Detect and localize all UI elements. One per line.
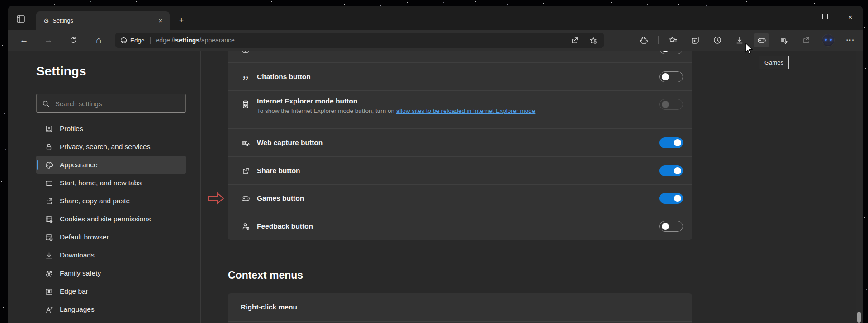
collections-icon (691, 36, 700, 45)
history-icon (713, 36, 722, 45)
sidebar-item-label: Share, copy and paste (60, 197, 130, 205)
games-icon (757, 35, 767, 45)
share-toggle[interactable] (659, 165, 683, 176)
games-tooltip: Games (759, 56, 789, 69)
games-icon (241, 193, 251, 203)
sidebar-item-label: Privacy, search, and services (60, 143, 150, 151)
new-tab-button[interactable]: + (175, 15, 187, 27)
window-controls: × (793, 11, 857, 23)
sidebar-item-family-safety[interactable]: Family safety (36, 264, 186, 282)
edge-logo-icon (120, 37, 128, 44)
web-capture-button-toolbar[interactable] (776, 33, 792, 47)
setting-row-web-capture: Web capture button (228, 128, 692, 156)
site-chip-label: Edge (130, 37, 145, 44)
sidebar-item-appearance[interactable]: Appearance (36, 156, 186, 174)
refresh-icon (69, 36, 77, 44)
games-button-toolbar[interactable] (754, 33, 769, 47)
forward-button[interactable]: → (42, 33, 55, 47)
share-icon[interactable] (570, 36, 579, 45)
workspaces-icon (14, 13, 27, 25)
math-solver-toggle[interactable] (659, 51, 683, 54)
web-capture-icon (779, 36, 788, 45)
minimize-button[interactable] (793, 11, 806, 23)
page-title: Settings (36, 64, 86, 79)
desktop: ⚙ Settings × + × ← → ⌂ Edge edge://setti… (0, 0, 868, 323)
sidebar-item-downloads[interactable]: Downloads (36, 246, 186, 264)
sidebar-item-privacy[interactable]: Privacy, search, and services (36, 138, 186, 156)
search-placeholder: Search settings (55, 100, 102, 108)
tab-settings[interactable]: ⚙ Settings × (36, 11, 170, 30)
maximize-icon (822, 14, 828, 19)
settings-nav: Profiles Privacy, search, and services A… (36, 120, 186, 318)
maximize-button[interactable] (818, 11, 832, 23)
profile-button[interactable] (821, 33, 836, 47)
sidebar-item-label: Profiles (60, 125, 83, 133)
sidebar-item-label: Languages (60, 305, 95, 314)
share-button-toolbar[interactable] (798, 33, 814, 47)
setting-row-games: Games button (228, 184, 692, 212)
red-annotation-arrow (207, 191, 225, 207)
tab-title: Settings (53, 18, 156, 24)
setting-label: Internet Explorer mode button (257, 97, 659, 105)
favorites-bar-icon (669, 36, 678, 45)
ie-mode-link[interactable]: allow sites to be reloaded in Internet E… (396, 108, 536, 114)
starfield-wallpaper (0, 0, 1, 1)
search-input[interactable]: Search settings (36, 94, 186, 113)
settings-more-button[interactable]: ··· (843, 33, 858, 47)
citations-toggle[interactable] (659, 71, 683, 82)
setting-label: Feedback button (257, 222, 659, 230)
tab-close-icon[interactable]: × (156, 16, 165, 25)
setting-row-right-click-menu[interactable]: Right-click menu (228, 293, 692, 322)
minimize-icon (797, 17, 802, 17)
site-permissions-icon (45, 215, 53, 224)
back-button[interactable]: ← (17, 33, 31, 47)
address-bar[interactable]: Edge edge://settings/appearance (115, 33, 604, 48)
profiles-icon (45, 125, 53, 133)
sidebar-item-cookies-permissions[interactable]: Cookies and site permissions (36, 210, 186, 228)
feedback-toggle[interactable] (659, 221, 683, 232)
page-scrollbar[interactable] (856, 51, 862, 323)
setting-label: Web capture button (257, 139, 659, 147)
setting-row-ie-mode: Internet Explorer mode button To show th… (228, 90, 692, 128)
toolbar-divider (658, 36, 659, 44)
section-heading: Context menus (228, 269, 303, 281)
url-text[interactable]: edge://settings/appearance (156, 37, 570, 44)
history-button[interactable] (710, 33, 725, 47)
sidebar-item-label: Appearance (60, 161, 98, 169)
web-capture-icon (241, 138, 250, 147)
downloads-button[interactable] (732, 33, 747, 47)
languages-icon (45, 305, 53, 314)
sidebar-item-share-copy-paste[interactable]: Share, copy and paste (36, 192, 186, 210)
close-window-button[interactable]: × (844, 11, 857, 23)
favorites-button[interactable] (665, 33, 681, 47)
collections-button[interactable] (688, 33, 703, 47)
gear-icon: ⚙ (43, 17, 49, 24)
sidebar-item-profiles[interactable]: Profiles (36, 120, 186, 138)
share-toolbar-icon (802, 36, 811, 45)
setting-label: Games button (257, 194, 659, 202)
games-toggle[interactable] (659, 193, 683, 204)
settings-more-icon: ··· (846, 36, 855, 44)
setting-row-share: Share button (228, 156, 692, 184)
setting-label: Math Solver button (257, 51, 659, 53)
web-capture-toggle[interactable] (659, 137, 683, 148)
sidebar-item-label: Downloads (60, 251, 95, 259)
tab-actions-button[interactable] (14, 13, 27, 25)
setting-row-math-solver: Math Solver button (228, 51, 692, 62)
setting-row-citations: ” Citations button (228, 62, 692, 90)
sidebar-item-edge-bar[interactable]: Edge bar (36, 282, 186, 300)
sidebar-item-default-browser[interactable]: Default browser (36, 228, 186, 246)
sidebar-item-languages[interactable]: Languages (36, 300, 186, 318)
downloads-icon (735, 36, 744, 45)
refresh-button[interactable] (66, 33, 80, 47)
favorite-add-icon[interactable] (589, 36, 598, 45)
setting-description: To show the Internet Explorer mode butto… (257, 108, 659, 114)
scrollbar-thumb[interactable] (857, 312, 861, 323)
family-icon (45, 269, 53, 278)
home-button[interactable]: ⌂ (92, 33, 105, 47)
sidebar-item-start-home[interactable]: Start, home, and new tabs (36, 174, 186, 192)
ie-mode-toggle (659, 99, 683, 110)
extensions-button[interactable] (636, 33, 651, 47)
setting-row-feedback: Feedback button (228, 212, 692, 240)
setting-label: Share button (257, 167, 659, 175)
